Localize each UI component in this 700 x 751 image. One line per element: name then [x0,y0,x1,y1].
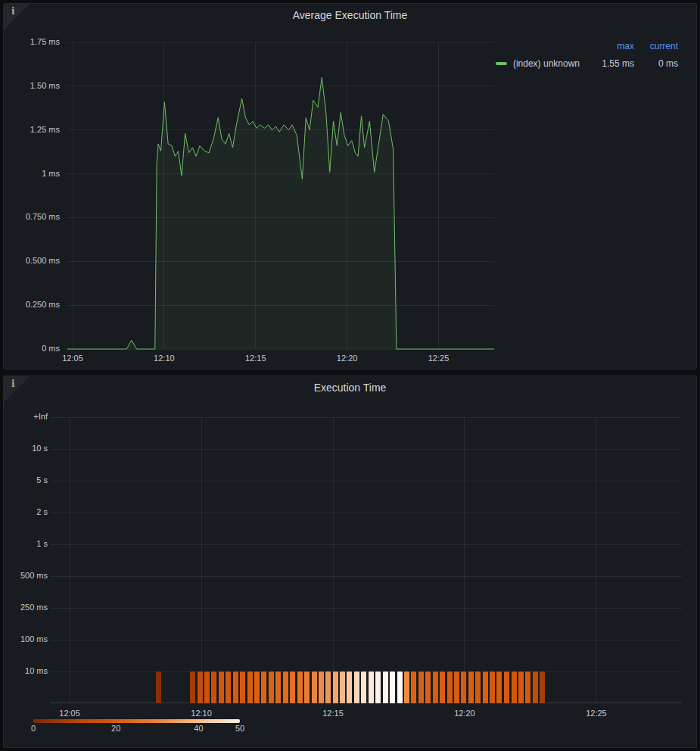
legend-item[interactable]: (index) unknown 1.55 ms 0 ms [496,55,678,72]
legend-sort-current[interactable]: current [634,41,678,51]
heatmap-cell [525,672,530,703]
heatmap-cell [233,672,238,703]
heatmap-cell [447,672,453,703]
heatmap-cell [156,672,161,703]
legend-sort-max[interactable]: max [590,41,634,51]
page-title-execution-time[interactable]: Execution Time [4,382,696,394]
heatmap-cell [490,672,495,703]
heatmap-cell [283,672,288,703]
y-axis-bucket-label: 500 ms [8,571,48,580]
y-axis-bucket-label: +Inf [8,412,48,421]
heatmap-cell [461,672,466,703]
heatmap-cell [411,672,416,703]
heatmap-cell [354,672,359,703]
heatmap-cell [190,672,195,703]
y-axis-tick-label: 0.750 ms [7,212,60,221]
heatmap-cell [397,672,403,703]
x-axis-tick-label: 12:20 [442,709,487,718]
gridline [50,640,682,640]
heatmap-cell [275,672,281,703]
line-chart-plot-area [67,42,494,349]
y-axis-tick-label: 1.25 ms [7,125,60,134]
y-axis-tick-label: 1.50 ms [7,81,60,90]
heatmap-cell [204,672,210,703]
gridline [70,417,70,703]
heatmap-cell [375,672,381,703]
y-axis-tick-label: 1 ms [7,169,60,178]
heatmap-cell [333,672,338,703]
heatmap-cell [433,672,438,703]
y-axis-bucket-label: 1 s [8,539,48,548]
heatmap-cell [247,672,253,703]
heatmap-cell [226,672,231,703]
y-axis-tick-label: 0.500 ms [7,256,60,265]
x-axis-tick-label: 12:25 [416,354,462,363]
heatmap-cell [425,672,431,703]
heatmap-cell [361,672,366,703]
x-axis-tick-label: 12:05 [50,354,95,363]
y-axis-bucket-label: 5 s [8,475,48,485]
y-axis-bucket-label: 100 ms [8,634,48,643]
heatmap-cell [312,672,317,703]
heatmap-cell [304,672,310,703]
legend-value-max: 1.55 ms [590,58,634,69]
gridline [50,513,682,513]
heatmap-cell [418,672,424,703]
heatmap-cell [440,672,445,703]
heatmap-cell [383,672,388,703]
y-axis-bucket-label: 250 ms [8,603,48,612]
x-axis-tick-label: 12:20 [325,354,370,363]
heatmap-cell [390,672,395,703]
heatmap-cell [468,672,474,703]
color-scale-tick-label: 0 [18,724,48,733]
legend-header-row: max current [496,37,678,55]
heatmap-cell [211,672,216,703]
y-axis-tick-label: 0 ms [7,344,60,353]
heatmap-cell [512,672,517,703]
heatmap-color-scale [33,719,240,723]
heatmap-cell [297,672,303,703]
heatmap-plot-area [50,417,682,703]
gridline [201,417,202,703]
gridline [50,576,682,577]
x-axis-tick-label: 12:15 [233,354,278,363]
chart-legend: max current (index) unknown 1.55 ms 0 ms [496,37,678,72]
x-axis-tick-label: 12:15 [310,709,356,718]
heatmap-cell [369,672,374,703]
x-axis-tick-label: 12:10 [142,354,187,363]
heatmap-cell [340,672,345,703]
heatmap-cell [504,672,509,703]
heatmap-cell [240,672,245,703]
heatmap-cell [347,672,352,703]
x-axis-tick-label: 12:25 [574,709,619,718]
legend-value-current: 0 ms [634,58,678,69]
heatmap-cell [198,672,203,703]
heatmap-cell [496,672,502,703]
gridline [464,417,465,703]
heatmap-cell [518,672,524,703]
gridline [50,608,682,609]
heatmap-cell [540,672,545,703]
panel-average-execution-time: i Average Execution Time max current (in… [3,3,697,369]
gridline [50,544,682,545]
gridline [50,417,682,418]
series-line-index-unknown [67,42,494,349]
panel-execution-time: i Execution Time +Inf10 s5 s2 s1 s500 ms… [3,376,697,748]
gridline [596,417,596,703]
heatmap-cell [269,672,274,703]
series-color-swatch [496,62,507,65]
heatmap-cell [219,672,224,703]
page-title-avg-execution-time[interactable]: Average Execution Time [4,9,696,21]
x-axis-tick-label: 12:05 [47,709,92,718]
gridline [50,449,682,450]
x-axis-tick-label: 12:10 [179,709,224,718]
heatmap-cell [254,672,260,703]
color-scale-tick-label: 50 [225,724,255,733]
gridline [50,481,682,481]
y-axis-tick-label: 1.75 ms [7,37,60,46]
heatmap-cell [404,672,409,703]
heatmap-cell [319,672,324,703]
y-axis-bucket-label: 10 s [8,444,48,453]
color-scale-tick-label: 20 [101,724,131,733]
heatmap-cell [454,672,459,703]
